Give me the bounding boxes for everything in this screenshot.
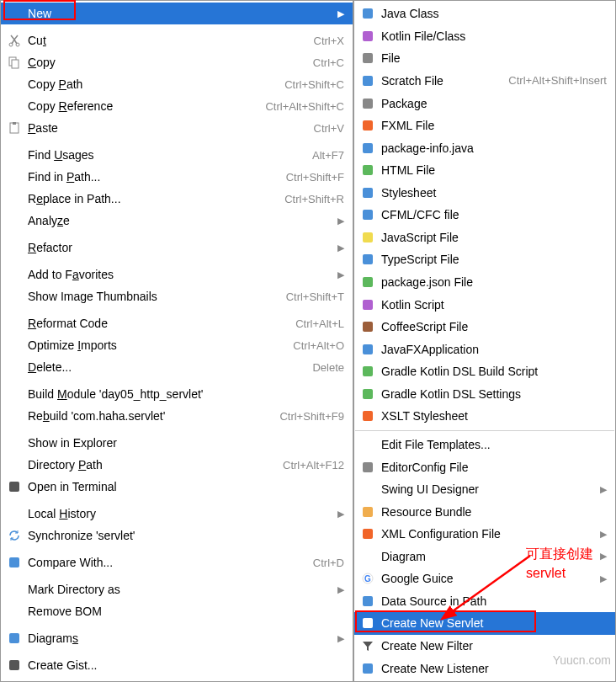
blank-icon — [6, 360, 23, 375]
menu-item-label: CFML/CFC file — [381, 208, 607, 221]
svg-rect-29 — [363, 462, 373, 472]
scratch-icon — [359, 73, 376, 88]
right-item-java-class[interactable]: Java Class — [354, 3, 615, 25]
left-item-mark-directory-as[interactable]: Mark Directory as▶ — [1, 578, 353, 600]
left-item-directory-path[interactable]: Directory PathCtrl+Alt+F12 — [1, 454, 353, 476]
right-item-javascript-file[interactable]: JavaScript File — [354, 226, 615, 249]
shortcut: Ctrl+Shift+C — [284, 78, 344, 91]
blank-icon — [6, 506, 23, 521]
menu-item-label: Gradle Kotlin DSL Build Script — [381, 365, 607, 378]
right-item-xslt-stylesheet[interactable]: XSLT Stylesheet — [354, 405, 615, 428]
left-item-compare-with[interactable]: Compare With...Ctrl+D — [1, 551, 353, 573]
left-item-create-gist[interactable]: Create Gist... — [1, 654, 353, 676]
right-item-google-guice[interactable]: GGoogle Guice▶ — [354, 567, 615, 590]
menu-item-label: Copy Reference — [28, 99, 255, 113]
menu-item-label: Stylesheet — [381, 186, 607, 200]
left-item-refactor[interactable]: Refactor▶ — [1, 237, 353, 258]
right-item-package-json-file[interactable]: package.json File — [354, 271, 615, 294]
cut-icon — [6, 33, 23, 48]
right-item-edit-file-templates[interactable]: Edit File Templates... — [354, 434, 615, 456]
svg-rect-34 — [363, 596, 373, 606]
shortcut: Ctrl+V — [314, 122, 344, 135]
right-item-create-new-servlet[interactable]: Create New Servlet — [354, 612, 615, 635]
right-item-kotlin-script[interactable]: Kotlin Script — [354, 293, 615, 316]
left-item-replace-in-path[interactable]: Replace in Path...Ctrl+Shift+R — [1, 188, 353, 210]
left-item-open-in-terminal[interactable]: Open in Terminal — [1, 476, 353, 498]
terminal-icon — [6, 479, 23, 494]
blank-icon — [6, 604, 23, 619]
left-item-copy-reference[interactable]: Copy ReferenceCtrl+Alt+Shift+C — [1, 95, 353, 117]
kotlin-icon — [359, 297, 376, 312]
right-item-diagram[interactable]: Diagram▶ — [354, 545, 615, 567]
svg-point-1 — [16, 43, 19, 46]
filter-icon — [359, 638, 376, 653]
right-item-kotlin-file-class[interactable]: Kotlin File/Class — [354, 25, 615, 48]
menu-item-label: TypeScript File — [381, 253, 607, 266]
left-item-show-image-thumbnails[interactable]: Show Image ThumbnailsCtrl+Shift+T — [1, 285, 353, 307]
left-item-copy[interactable]: CopyCtrl+C — [1, 51, 353, 73]
menu-item-label: XSLT Stylesheet — [381, 409, 607, 423]
right-item-scratch-file[interactable]: Scratch FileCtrl+Alt+Shift+Insert — [354, 70, 615, 93]
menu-item-label: Diagrams — [28, 631, 331, 645]
right-item-typescript-file[interactable]: TypeScript File — [354, 248, 615, 271]
right-item-swing-ui-designer[interactable]: Swing UI Designer▶ — [354, 478, 615, 501]
menu-item-label: Swing UI Designer — [381, 482, 593, 496]
right-item-coffeescript-file[interactable]: CoffeeScript File — [354, 316, 615, 338]
right-item-gradle-kotlin-dsl-settings[interactable]: Gradle Kotlin DSL Settings — [354, 383, 615, 406]
left-item-copy-path[interactable]: Copy PathCtrl+Shift+C — [1, 73, 353, 95]
gradle-icon — [359, 364, 376, 379]
left-item-cut[interactable]: CutCtrl+X — [1, 29, 353, 51]
menu-item-label: New — [28, 7, 331, 20]
menu-item-label: Cut — [28, 34, 304, 47]
left-item-synchronize-servlet[interactable]: Synchronize 'servlet' — [1, 525, 353, 546]
right-item-cfml-cfc-file[interactable]: CFML/CFC file — [354, 204, 615, 226]
gradle-icon — [359, 386, 376, 402]
blank-icon — [6, 289, 23, 304]
right-item-xml-configuration-file[interactable]: XML Configuration File▶ — [354, 523, 615, 546]
left-item-paste[interactable]: PasteCtrl+V — [1, 117, 353, 139]
right-item-javafxapplication[interactable]: JavaFXApplication — [354, 338, 615, 360]
menu-item-label: FXML File — [381, 119, 607, 132]
left-item-build-module-day05-http-servlet[interactable]: Build Module 'day05_http_servlet' — [1, 383, 353, 405]
shortcut: Ctrl+Alt+F12 — [283, 459, 344, 472]
blank-icon — [6, 6, 23, 21]
right-item-editorconfig-file[interactable]: EditorConfig File — [354, 456, 615, 478]
left-item-local-history[interactable]: Local History▶ — [1, 503, 353, 525]
right-item-stylesheet[interactable]: Stylesheet — [354, 182, 615, 205]
right-item-gradle-kotlin-dsl-build-script[interactable]: Gradle Kotlin DSL Build Script — [354, 360, 615, 383]
menu-item-label: Find in Path... — [28, 170, 276, 184]
right-item-data-source-in-path[interactable]: Data Source in Path — [354, 590, 615, 613]
left-item-delete[interactable]: Delete...Delete — [1, 356, 353, 378]
left-item-new[interactable]: New▶ — [1, 3, 353, 24]
left-item-diagrams[interactable]: Diagrams▶ — [1, 627, 353, 649]
svg-point-0 — [9, 43, 13, 46]
left-item-rebuild-com-haha-servlet[interactable]: Rebuild 'com.haha.servlet'Ctrl+Shift+F9 — [1, 405, 353, 427]
right-item-package[interactable]: Package — [354, 92, 615, 115]
menu-item-label: EditorConfig File — [381, 461, 607, 474]
svg-rect-10 — [363, 8, 373, 19]
right-item-fxml-file[interactable]: FXML File — [354, 115, 615, 137]
menu-item-label: Paste — [28, 121, 304, 135]
right-item-resource-bundle[interactable]: Resource Bundle — [354, 500, 615, 523]
left-item-find-in-path[interactable]: Find in Path...Ctrl+Shift+F — [1, 166, 353, 188]
left-item-analyze[interactable]: Analyze▶ — [1, 210, 353, 232]
menu-item-label: Rebuild 'com.haha.servlet' — [28, 409, 269, 423]
right-item-html-file[interactable]: HTML File — [354, 159, 615, 182]
left-item-optimize-imports[interactable]: Optimize ImportsCtrl+Alt+O — [1, 334, 353, 356]
left-item-find-usages[interactable]: Find UsagesAlt+F7 — [1, 144, 353, 166]
menu-item-label: Local History — [28, 507, 331, 520]
right-item-file[interactable]: File — [354, 47, 615, 70]
svg-rect-8 — [9, 633, 19, 643]
left-item-show-in-explorer[interactable]: Show in Explorer — [1, 432, 353, 454]
left-item-add-to-favorites[interactable]: Add to Favorites▶ — [1, 264, 353, 285]
cfml-icon — [359, 207, 376, 222]
left-item-remove-bom[interactable]: Remove BOM — [1, 600, 353, 622]
menu-item-label: Open in Terminal — [28, 480, 344, 493]
left-item-reformat-code[interactable]: Reformat CodeCtrl+Alt+L — [1, 312, 353, 334]
submenu-arrow-icon: ▶ — [337, 8, 344, 19]
menu-item-label: JavaFXApplication — [381, 343, 607, 356]
right-item-package-info-java[interactable]: package-info.java — [354, 136, 615, 159]
menu-item-label: Resource Bundle — [381, 505, 607, 519]
shortcut: Ctrl+Alt+L — [295, 317, 344, 330]
svg-rect-3 — [12, 60, 19, 68]
